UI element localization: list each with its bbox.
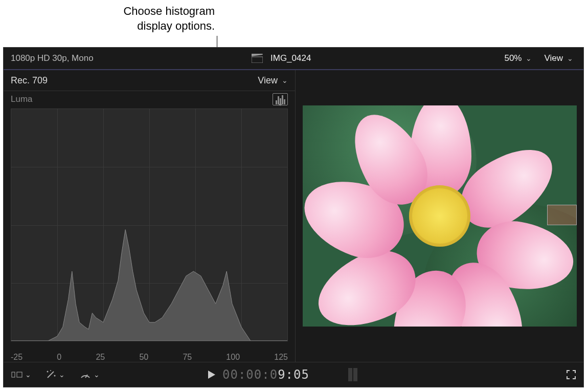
callout-line2: display options.	[137, 19, 215, 32]
chevron-down-icon: ⌄	[94, 371, 100, 379]
chevron-down-icon: ⌄	[59, 371, 65, 379]
audio-meters	[348, 368, 357, 381]
play-button[interactable]	[207, 370, 216, 380]
zoom-value: 50%	[504, 53, 522, 63]
viewer-canvas[interactable]	[296, 70, 583, 362]
retime-menu[interactable]: ⌄	[79, 370, 100, 380]
callout-line1: Choose histogram	[123, 5, 215, 17]
viewer-header: 1080p HD 30p, Mono IMG_0424 50% ⌄ View ⌄	[4, 48, 583, 70]
toolbar: ⌄ ⌄ ⌄ 00:00:09:05	[4, 362, 583, 387]
svg-rect-0	[252, 57, 263, 63]
luma-histogram	[11, 109, 288, 341]
app-window: 1080p HD 30p, Mono IMG_0424 50% ⌄ View ⌄…	[3, 47, 584, 387]
axis-tick-label: 0	[57, 353, 61, 362]
zoom-menu[interactable]: 50% ⌄	[504, 53, 532, 63]
axis-tick-label: 125	[274, 353, 288, 362]
svg-marker-9	[208, 371, 215, 379]
axis-tick-label: 75	[183, 353, 192, 362]
chevron-down-icon: ⌄	[282, 76, 288, 84]
timecode-dim: 00:00:0	[222, 367, 278, 382]
color-space-label: Rec. 709	[11, 75, 48, 86]
timecode-lit: 9:05	[278, 367, 309, 382]
format-label: 1080p HD 30p, Mono	[4, 53, 251, 63]
timecode-display[interactable]: 00:00:09:05	[222, 367, 309, 382]
expand-icon	[566, 370, 576, 380]
svg-point-6	[54, 375, 56, 377]
retime-dial-icon	[79, 370, 92, 380]
fullscreen-button[interactable]	[566, 370, 576, 380]
histogram-x-axis: -250255075100125	[4, 351, 295, 362]
clip-trim-icon	[11, 370, 23, 379]
slate-icon	[251, 54, 263, 63]
flower-center	[409, 185, 470, 247]
chevron-down-icon: ⌄	[25, 371, 31, 379]
selection-overlay[interactable]	[547, 205, 577, 225]
video-scopes-pane: Rec. 709 View ⌄ Luma -250255075100125	[4, 70, 296, 362]
effects-wand-icon	[46, 370, 57, 380]
viewer-view-menu[interactable]: View ⌄	[544, 53, 573, 63]
svg-rect-2	[12, 372, 15, 377]
svg-line-4	[48, 372, 54, 378]
histogram-options-icon[interactable]	[273, 93, 288, 105]
axis-tick-label: 25	[96, 353, 105, 362]
chevron-down-icon: ⌄	[567, 54, 573, 62]
axis-tick-label: 100	[226, 353, 240, 362]
scope-view-label: View	[258, 75, 278, 86]
axis-tick-label: -25	[11, 353, 22, 362]
svg-rect-3	[17, 372, 22, 377]
svg-rect-1	[252, 54, 263, 56]
chevron-down-icon: ⌄	[526, 54, 532, 62]
viewer-view-label: View	[544, 53, 563, 63]
clip-name: IMG_0424	[270, 53, 311, 63]
enhancements-menu[interactable]: ⌄	[46, 370, 65, 380]
callout-text: Choose histogram display options.	[97, 4, 215, 33]
svg-point-7	[50, 370, 51, 371]
clip-trim-menu[interactable]: ⌄	[11, 370, 31, 379]
scope-header: Rec. 709 View ⌄	[4, 70, 295, 91]
axis-tick-label: 50	[139, 353, 148, 362]
svg-point-5	[47, 371, 49, 373]
scope-view-menu[interactable]: View ⌄	[258, 75, 288, 86]
play-icon	[207, 370, 216, 380]
scope-mode-label: Luma	[11, 94, 33, 104]
video-frame	[303, 105, 577, 327]
